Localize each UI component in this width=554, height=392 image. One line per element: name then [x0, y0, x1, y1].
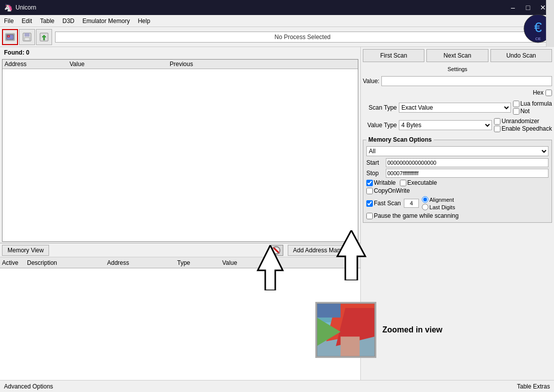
no-icon-button[interactable]: [269, 245, 283, 256]
extra-checkboxes: Unrandomizer Enable Speedhack: [494, 118, 552, 132]
add-address-manually-button[interactable]: Add Address Manually: [288, 245, 358, 256]
menu-d3d[interactable]: D3D: [59, 16, 79, 26]
col-address: Address: [107, 259, 177, 266]
hex-label: Hex: [533, 89, 543, 96]
app-window: 🦄 Unicorn – □ ✕ File Edit Table D3D Emul…: [0, 0, 554, 392]
value-row: Value:: [363, 76, 552, 86]
svg-rect-4: [25, 33, 30, 37]
menu-edit[interactable]: Edit: [18, 16, 36, 26]
hex-checkbox[interactable]: [545, 90, 552, 96]
pause-game-checkbox[interactable]: [366, 213, 373, 219]
copy-on-write-checkbox[interactable]: [366, 188, 373, 194]
memory-view-button[interactable]: Memory View: [2, 245, 49, 256]
menu-help[interactable]: Help: [134, 16, 154, 26]
col-active: Active: [2, 259, 27, 266]
value-type-select[interactable]: 4 Bytes: [399, 120, 492, 130]
titlebar: 🦄 Unicorn – □ ✕: [0, 0, 554, 15]
save-table-button[interactable]: [19, 29, 35, 45]
load-table-button[interactable]: [36, 29, 52, 45]
pause-game-row: Pause the game while scanning: [366, 212, 548, 219]
scan-buttons: First Scan Next Scan Undo Scan: [363, 49, 552, 62]
stop-label: Stop: [366, 170, 384, 177]
svg-rect-5: [25, 38, 30, 41]
stop-input[interactable]: [386, 169, 548, 178]
fast-scan-check: Fast Scan: [366, 200, 401, 207]
left-side: Found: 0 Address Value Previous Memory V…: [0, 47, 360, 392]
menubar: File Edit Table D3D Emulator Memory Help: [0, 15, 554, 27]
next-scan-button[interactable]: Next Scan: [426, 49, 488, 62]
content-area: Found: 0 Address Value Previous Memory V…: [0, 47, 554, 392]
start-label: Start: [366, 159, 384, 166]
alignment-radio-input[interactable]: [422, 196, 428, 203]
unrandomizer-check: Unrandomizer: [494, 118, 552, 125]
not-checkbox[interactable]: [513, 108, 519, 115]
found-count: Found: 0: [4, 49, 30, 56]
value-type-row: Value Type 4 Bytes Unrandomizer Enable S…: [363, 118, 552, 132]
scan-results-body: [3, 69, 358, 241]
app-title: Unicorn: [16, 4, 36, 11]
last-digits-radio-input[interactable]: [422, 204, 428, 210]
menu-emulator-memory[interactable]: Emulator Memory: [79, 16, 134, 26]
start-row: Start: [366, 158, 548, 167]
memory-filter-select[interactable]: All: [366, 146, 548, 156]
app-icon: 🦄: [4, 4, 13, 12]
not-check: Not: [513, 108, 552, 115]
settings-label: Settings: [363, 66, 552, 72]
writable-checkbox[interactable]: [366, 180, 373, 186]
first-scan-button[interactable]: First Scan: [363, 49, 424, 62]
filter-row: All: [366, 146, 548, 156]
process-name-bar: No Process Selected: [55, 32, 550, 43]
col-value: Value: [70, 61, 170, 68]
titlebar-left: 🦄 Unicorn: [4, 4, 36, 12]
memory-scan-group: Memory Scan Options All Start Stop: [363, 136, 552, 223]
table-extras-label: Table Extras: [517, 383, 550, 390]
fast-scan-checkbox[interactable]: [366, 200, 373, 207]
zoomed-label: Zoomed in view: [382, 325, 442, 334]
alignment-radio: Alignment: [422, 196, 455, 203]
address-table-area[interactable]: Active Description Address Type Value: [0, 257, 360, 392]
menu-file[interactable]: File: [0, 16, 18, 26]
value-input[interactable]: [381, 76, 552, 86]
unrandomizer-checkbox[interactable]: [494, 118, 500, 125]
address-list-body: [0, 268, 360, 392]
scan-type-select[interactable]: Exact Value: [399, 103, 511, 113]
hex-row: Hex: [363, 89, 552, 96]
value-type-label: Value Type: [363, 122, 397, 129]
copy-on-write-row: CopyOnWrite: [366, 187, 548, 194]
svg-text:€: €: [534, 20, 542, 35]
scan-result-area: Address Value Previous: [2, 59, 358, 242]
zoomed-view-container: Zoomed in view: [315, 302, 442, 358]
minimize-button[interactable]: –: [506, 2, 520, 13]
scan-type-label: Scan Type: [363, 104, 397, 111]
value-label: Value:: [363, 78, 379, 85]
start-input[interactable]: [386, 158, 548, 167]
zoomed-image: [315, 302, 376, 358]
speedhack-checkbox[interactable]: [494, 126, 500, 132]
fast-scan-input[interactable]: [404, 199, 419, 208]
col-previous: Previous: [170, 61, 356, 68]
memory-scan-legend: Memory Scan Options: [366, 136, 434, 143]
undo-scan-button[interactable]: Undo Scan: [490, 49, 552, 62]
lua-formula-checkbox[interactable]: [513, 101, 519, 107]
col-type: Type: [177, 259, 222, 266]
writable-exec-row: Writable Executable: [366, 179, 548, 186]
col-value: Value: [222, 259, 358, 266]
last-digits-radio: Last Digits: [422, 204, 455, 210]
executable-checkbox[interactable]: [400, 180, 406, 186]
open-process-button[interactable]: [2, 29, 18, 45]
executable-check: Executable: [400, 179, 437, 186]
toolbar: No Process Selected € CE: [0, 27, 554, 47]
found-bar: Found: 0: [0, 47, 360, 58]
divider-row: Memory View Add Address Manually: [0, 243, 360, 257]
fast-scan-row: Fast Scan Alignment Last Digits: [366, 196, 548, 210]
statusbar: Advanced Options Table Extras: [0, 380, 554, 392]
address-list-header: Active Description Address Type Value: [0, 257, 360, 268]
col-address: Address: [5, 61, 70, 68]
advanced-options-label: Advanced Options: [4, 383, 53, 390]
svg-rect-2: [8, 36, 10, 37]
maximize-button[interactable]: □: [521, 2, 535, 13]
svg-text:CE: CE: [535, 37, 540, 41]
scan-table-header: Address Value Previous: [3, 60, 358, 69]
alignment-radio-group: Alignment Last Digits: [422, 196, 455, 210]
menu-table[interactable]: Table: [36, 16, 59, 26]
